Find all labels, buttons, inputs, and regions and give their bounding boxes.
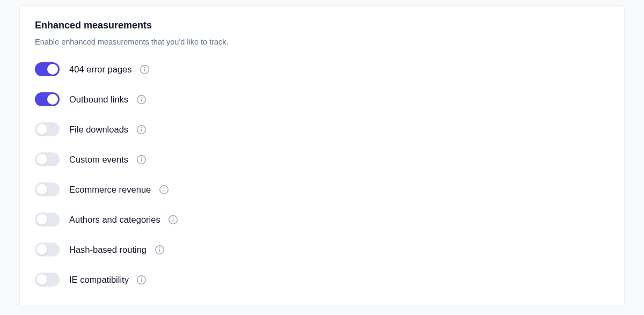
- toggle-404-error-pages[interactable]: [35, 62, 60, 76]
- toggle-hash-based-routing[interactable]: [35, 243, 60, 257]
- svg-rect-20: [159, 249, 159, 252]
- toggle-knob: [36, 244, 47, 255]
- info-icon[interactable]: [136, 94, 147, 105]
- measurement-row-ecommerce-revenue: Ecommerce revenue: [35, 182, 609, 196]
- measurement-row-404-error-pages: 404 error pages: [35, 62, 609, 76]
- info-icon[interactable]: [136, 154, 147, 165]
- info-icon[interactable]: [136, 274, 147, 285]
- measurement-label: Ecommerce revenue: [69, 185, 151, 195]
- svg-point-10: [141, 157, 142, 158]
- measurement-label: File downloads: [69, 124, 128, 135]
- svg-rect-5: [141, 99, 141, 101]
- svg-rect-2: [144, 69, 145, 71]
- measurement-row-authors-and-categories: Authors and categories: [35, 213, 609, 226]
- measurement-row-file-downloads: File downloads: [35, 122, 609, 136]
- svg-rect-17: [173, 219, 173, 222]
- svg-point-1: [144, 67, 145, 68]
- info-icon[interactable]: [158, 184, 169, 195]
- toggle-authors-and-categories[interactable]: [35, 213, 60, 226]
- measurement-row-outbound-links: Outbound links: [35, 92, 609, 106]
- svg-point-4: [141, 97, 142, 98]
- info-icon[interactable]: [140, 64, 150, 75]
- svg-rect-8: [141, 129, 141, 131]
- svg-rect-14: [164, 189, 164, 192]
- svg-rect-11: [141, 159, 141, 162]
- toggle-file-downloads[interactable]: [35, 122, 60, 136]
- svg-rect-23: [141, 279, 142, 282]
- info-icon[interactable]: [168, 214, 179, 225]
- measurement-row-hash-based-routing: Hash-based routing: [35, 243, 609, 257]
- info-icon[interactable]: [154, 244, 165, 255]
- toggle-ie-compatibility[interactable]: [35, 273, 60, 287]
- toggle-knob: [47, 64, 58, 75]
- toggle-knob: [36, 184, 47, 195]
- svg-point-22: [141, 277, 142, 278]
- toggle-ecommerce-revenue[interactable]: [35, 182, 60, 196]
- card-subtitle: Enable enhanced measurements that you'd …: [35, 38, 609, 46]
- measurement-row-custom-events: Custom events: [35, 152, 609, 166]
- info-icon[interactable]: [136, 124, 147, 135]
- toggle-knob: [36, 274, 47, 285]
- svg-point-13: [163, 187, 164, 188]
- toggle-knob: [36, 154, 47, 165]
- measurement-label: Outbound links: [69, 94, 128, 105]
- enhanced-measurements-card: Enhanced measurements Enable enhanced me…: [19, 5, 625, 307]
- svg-point-16: [173, 217, 174, 218]
- toggle-knob: [36, 214, 47, 225]
- measurement-label: 404 error pages: [69, 64, 132, 75]
- measurement-row-ie-compatibility: IE compatibility: [35, 273, 609, 287]
- measurement-label: Authors and categories: [69, 215, 160, 225]
- toggle-outbound-links[interactable]: [35, 92, 60, 106]
- toggle-knob: [36, 124, 47, 135]
- svg-point-19: [159, 247, 160, 248]
- measurement-label: Hash-based routing: [69, 245, 147, 255]
- toggle-custom-events[interactable]: [35, 152, 60, 166]
- measurement-list: 404 error pages Outbound links File down…: [35, 62, 609, 287]
- measurement-label: Custom events: [69, 155, 128, 165]
- measurement-label: IE compatibility: [69, 275, 129, 285]
- toggle-knob: [47, 94, 58, 105]
- card-title: Enhanced measurements: [35, 20, 609, 31]
- svg-point-7: [141, 127, 142, 128]
